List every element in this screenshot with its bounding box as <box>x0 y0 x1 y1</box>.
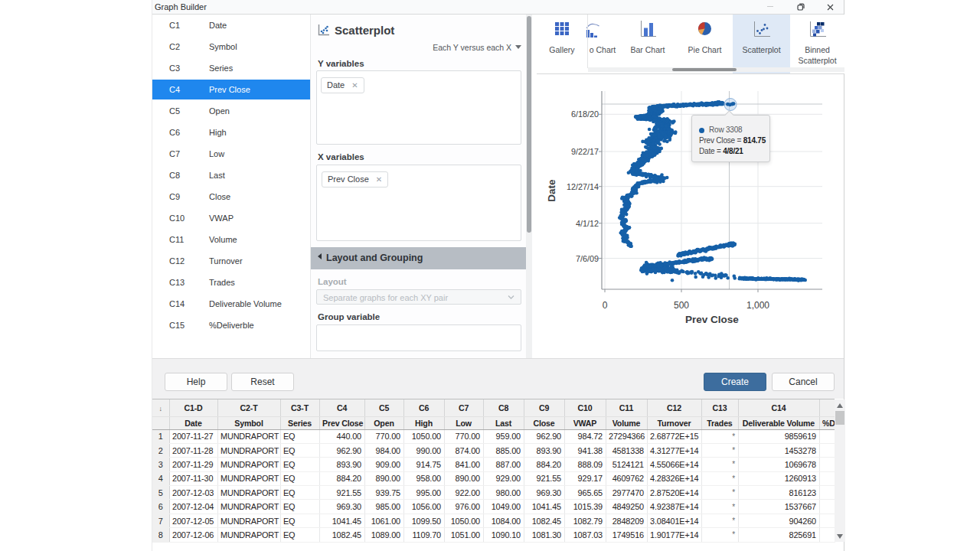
svg-text:Prev Close: Prev Close <box>685 314 739 325</box>
svg-text:0: 0 <box>603 300 608 311</box>
svg-text:4/1/12: 4/1/12 <box>576 219 599 228</box>
svg-text:12/27/14: 12/27/14 <box>567 182 599 191</box>
svg-text:1,000: 1,000 <box>746 300 769 311</box>
svg-text:9/22/17: 9/22/17 <box>571 147 599 156</box>
svg-text:Date: Date <box>546 179 557 202</box>
svg-text:6/18/20: 6/18/20 <box>571 109 599 119</box>
svg-text:500: 500 <box>674 300 689 311</box>
svg-text:7/6/09: 7/6/09 <box>576 254 599 263</box>
